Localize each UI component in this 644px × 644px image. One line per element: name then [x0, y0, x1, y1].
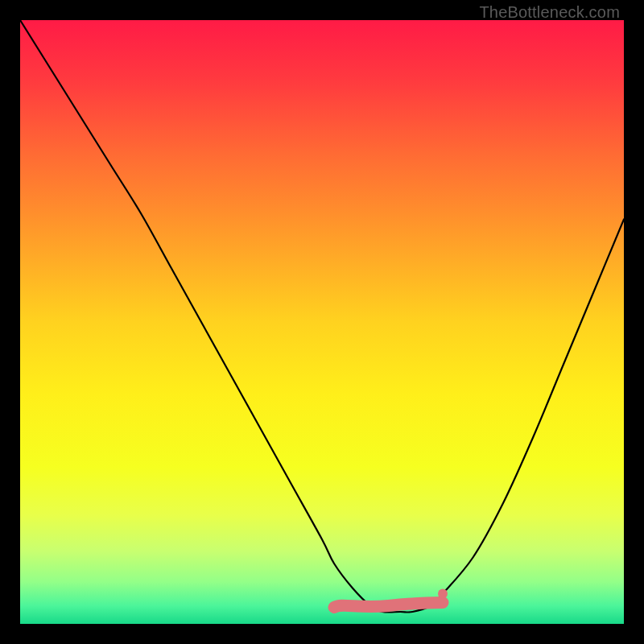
- curve-layer: [20, 20, 624, 624]
- optimal-flat-region: [334, 603, 443, 608]
- watermark-text: TheBottleneck.com: [479, 3, 620, 22]
- curve-end-marker: [438, 589, 448, 599]
- bottleneck-curve: [20, 20, 624, 613]
- chart-frame: TheBottleneck.com: [0, 0, 644, 644]
- plot-area: [20, 20, 624, 624]
